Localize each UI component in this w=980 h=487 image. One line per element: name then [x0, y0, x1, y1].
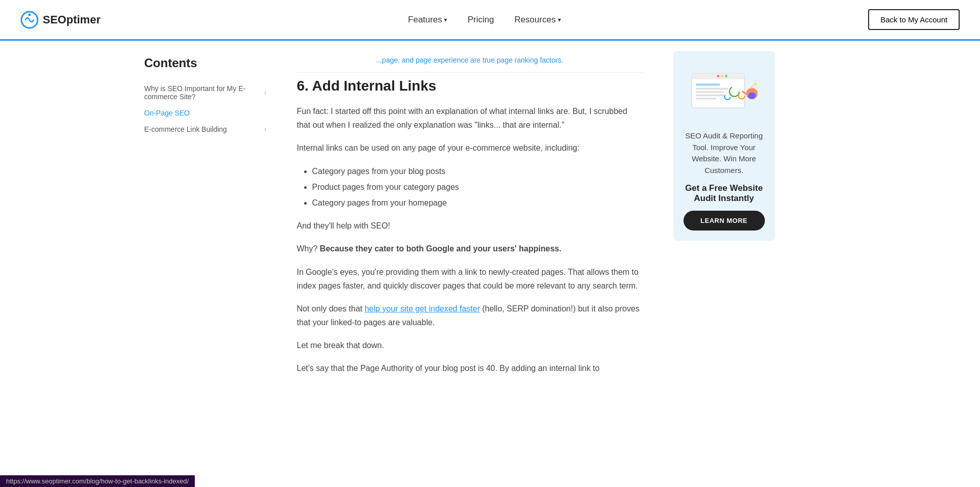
indexed-faster-link[interactable]: help your site get indexed faster — [365, 304, 480, 313]
right-sidebar: SEO Audit & Reporting Tool. Improve Your… — [663, 41, 775, 395]
svg-point-6 — [725, 75, 727, 77]
paragraph-4: Why? Because they cater to both Google a… — [297, 242, 643, 255]
paragraph-8: Let's say that the Page Authority of you… — [297, 361, 643, 375]
svg-point-1 — [28, 13, 31, 16]
chevron-right-icon: › — [264, 89, 266, 96]
audit-card: SEO Audit & Reporting Tool. Improve Your… — [673, 51, 775, 241]
sidebar-item-why-seo[interactable]: Why is SEO Important for My E-commerce S… — [144, 80, 266, 105]
sidebar-item-onpage-seo[interactable]: On-Page SEO — [144, 105, 266, 121]
bold-phrase: Because they cater to both Google and yo… — [320, 244, 561, 253]
contents-title: Contents — [144, 56, 266, 70]
internal-links-list: Category pages from your blog posts Prod… — [297, 164, 643, 210]
nav-resources[interactable]: Resources ▾ — [514, 15, 560, 25]
back-to-account-button[interactable]: Back to My Account — [868, 9, 960, 30]
main-content: ...page, and page experience are true pa… — [277, 41, 663, 395]
audit-cta-title: Get a Free Website Audit Instantly — [684, 183, 765, 204]
svg-rect-10 — [696, 95, 726, 96]
nav-features[interactable]: Features ▾ — [408, 15, 447, 25]
contents-sidebar: Contents Why is SEO Important for My E-c… — [144, 41, 277, 395]
paragraph-1: Fun fact: I started off this point with … — [297, 104, 643, 132]
svg-rect-9 — [696, 91, 724, 93]
learn-more-button[interactable]: LEARN MORE — [684, 211, 765, 231]
chevron-down-icon: ▾ — [444, 16, 447, 23]
paragraph-5: In Google's eyes, you're providing them … — [297, 265, 643, 293]
partial-top-text: ...page, and page experience are true pa… — [297, 51, 643, 73]
logo-icon — [20, 11, 39, 29]
svg-point-16 — [748, 93, 756, 99]
svg-point-4 — [717, 75, 719, 77]
logo[interactable]: SEOptimer — [20, 11, 101, 29]
list-item: Category pages from your homepage — [312, 196, 643, 210]
chevron-right-icon: › — [264, 126, 266, 133]
audit-description: SEO Audit & Reporting Tool. Improve Your… — [684, 130, 765, 176]
chevron-down-icon: ▾ — [558, 16, 561, 23]
section-heading: 6. Add Internal Links — [297, 78, 643, 94]
svg-rect-11 — [696, 98, 716, 99]
list-item: Category pages from your blog posts — [312, 164, 643, 178]
paragraph-6: Not only does that help your site get in… — [297, 302, 643, 329]
audit-illustration — [684, 61, 765, 122]
paragraph-2: Internal links can be used on any page o… — [297, 141, 643, 155]
list-item: Product pages from your category pages — [312, 180, 643, 194]
sidebar-item-ecommerce-link-building[interactable]: E-commerce Link Building › — [144, 121, 266, 137]
svg-rect-8 — [696, 88, 728, 90]
main-nav: Features ▾ Pricing Resources ▾ — [408, 15, 560, 25]
svg-rect-7 — [696, 83, 720, 86]
nav-pricing[interactable]: Pricing — [467, 15, 494, 25]
paragraph-3: And they'll help with SEO! — [297, 219, 643, 233]
logo-text: SEOptimer — [43, 13, 101, 26]
paragraph-7: Let me break that down. — [297, 338, 643, 352]
page-body: Contents Why is SEO Important for My E-c… — [134, 41, 846, 395]
svg-point-5 — [721, 75, 723, 77]
header: SEOptimer Features ▾ Pricing Resources ▾… — [0, 0, 980, 41]
